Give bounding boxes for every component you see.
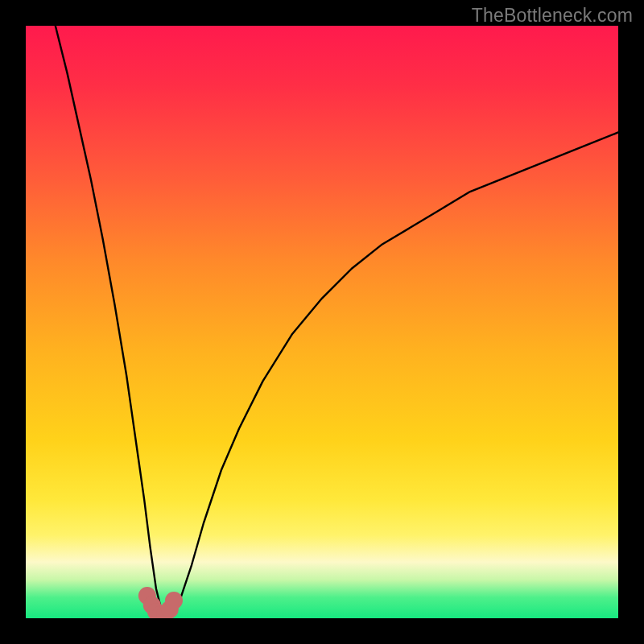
bottleneck-chart xyxy=(26,26,618,618)
chart-frame xyxy=(26,26,618,618)
gradient-background xyxy=(26,26,618,618)
dip-marker xyxy=(165,592,183,609)
watermark-text: TheBottleneck.com xyxy=(472,5,633,27)
